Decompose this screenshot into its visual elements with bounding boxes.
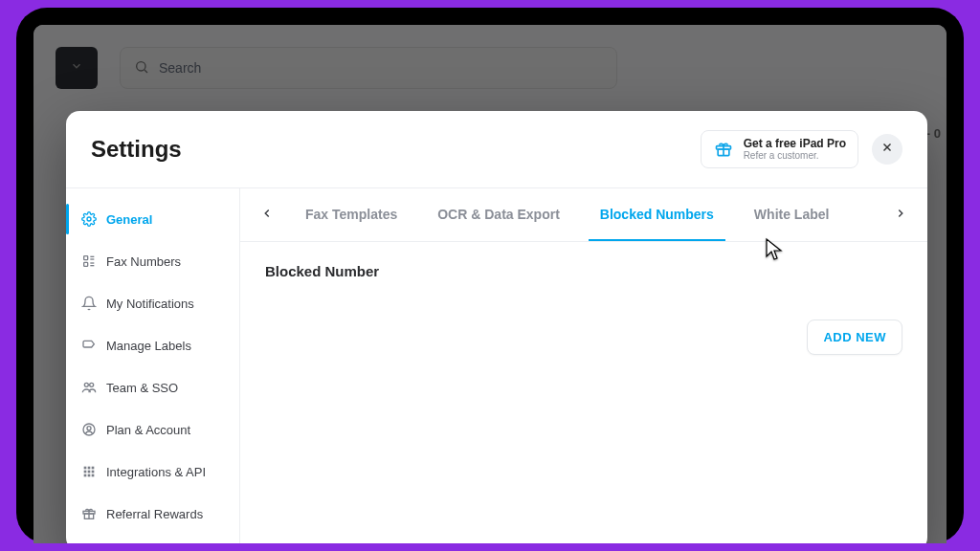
modal-body: General Fax Numbers My Notifications: [66, 188, 927, 543]
tab-label: OCR & Data Export: [437, 207, 560, 222]
promo-title: Get a free iPad Pro: [744, 137, 846, 150]
svg-point-14: [90, 384, 94, 387]
user-circle-icon: [81, 422, 97, 437]
chevron-right-icon: [894, 207, 907, 224]
sidebar-item-label: Referral Rewards: [106, 507, 203, 521]
device-frame: Search - 0 Settings Get a free iPad Pro …: [16, 8, 964, 543]
settings-content: Fax Templates OCR & Data Export Blocked …: [240, 188, 927, 543]
close-icon: [880, 141, 894, 158]
modal-header: Settings Get a free iPad Pro Refer a cus…: [66, 111, 927, 188]
promo-subtitle: Refer a customer.: [744, 150, 846, 162]
grid-icon: [81, 464, 97, 479]
phone-list-icon: [81, 253, 97, 269]
tab-white-label[interactable]: White Label: [743, 188, 841, 241]
modal-title: Settings: [91, 136, 182, 163]
sidebar-item-manage-labels[interactable]: Manage Labels: [66, 324, 239, 366]
bell-icon: [81, 296, 97, 311]
tab-ocr-data-export[interactable]: OCR & Data Export: [426, 188, 571, 241]
sidebar-item-notifications[interactable]: My Notifications: [66, 282, 239, 324]
svg-rect-10: [84, 263, 88, 267]
sidebar-item-label: Fax Numbers: [106, 254, 181, 269]
tabs-scroll-right[interactable]: [887, 198, 914, 232]
svg-rect-22: [92, 471, 95, 474]
tab-fax-templates[interactable]: Fax Templates: [294, 188, 409, 241]
svg-point-13: [84, 384, 88, 387]
sidebar-item-referral-rewards[interactable]: Referral Rewards: [66, 493, 239, 535]
tag-icon: [81, 338, 97, 353]
sidebar-item-label: My Notifications: [106, 297, 194, 311]
svg-rect-23: [84, 474, 87, 477]
settings-sidebar: General Fax Numbers My Notifications: [66, 188, 240, 543]
tab-label: White Label: [754, 207, 830, 222]
sidebar-item-team-sso[interactable]: Team & SSO: [66, 366, 239, 408]
tab-label: Blocked Numbers: [600, 207, 714, 222]
promo-text: Get a free iPad Pro Refer a customer.: [744, 137, 846, 162]
close-button[interactable]: [872, 134, 902, 165]
chevron-left-icon: [260, 207, 274, 224]
svg-rect-25: [92, 474, 95, 477]
users-icon: [81, 380, 97, 395]
sidebar-item-plan-account[interactable]: Plan & Account: [66, 408, 239, 451]
add-new-button[interactable]: ADD NEW: [807, 320, 902, 355]
section-title: Blocked Number: [265, 263, 902, 279]
svg-rect-19: [92, 467, 95, 470]
svg-rect-20: [84, 471, 87, 474]
svg-rect-24: [88, 474, 91, 477]
tabs-row: Fax Templates OCR & Data Export Blocked …: [240, 188, 927, 242]
tabs: Fax Templates OCR & Data Export Blocked …: [284, 188, 883, 241]
svg-rect-7: [84, 256, 88, 260]
sidebar-item-label: Integrations & API: [106, 465, 206, 479]
sidebar-item-label: Team & SSO: [106, 381, 178, 395]
screen: Search - 0 Settings Get a free iPad Pro …: [33, 25, 947, 543]
sidebar-item-general[interactable]: General: [66, 198, 239, 240]
promo-card[interactable]: Get a free iPad Pro Refer a customer.: [701, 130, 858, 168]
sidebar-item-label: General: [106, 212, 152, 227]
svg-rect-21: [88, 471, 91, 474]
gift-icon: [713, 139, 734, 160]
sidebar-item-label: Plan & Account: [106, 423, 190, 437]
sidebar-item-fax-numbers[interactable]: Fax Numbers: [66, 240, 239, 282]
background-right-edge-text: - 0: [926, 126, 941, 141]
gear-icon: [81, 211, 97, 227]
svg-point-6: [87, 217, 91, 221]
tabs-scroll-left[interactable]: [254, 198, 280, 232]
svg-point-16: [87, 427, 91, 430]
svg-rect-18: [88, 467, 91, 470]
modal-header-right: Get a free iPad Pro Refer a customer.: [701, 130, 902, 168]
settings-modal: Settings Get a free iPad Pro Refer a cus…: [66, 111, 927, 543]
content-inner: Blocked Number: [240, 242, 927, 300]
tab-blocked-numbers[interactable]: Blocked Numbers: [589, 188, 725, 241]
svg-rect-17: [84, 467, 87, 470]
add-new-row: ADD NEW: [240, 300, 927, 355]
sidebar-item-integrations[interactable]: Integrations & API: [66, 451, 239, 493]
sidebar-item-label: Manage Labels: [106, 339, 191, 353]
gift-icon: [81, 506, 97, 521]
tab-label: Fax Templates: [305, 207, 397, 222]
